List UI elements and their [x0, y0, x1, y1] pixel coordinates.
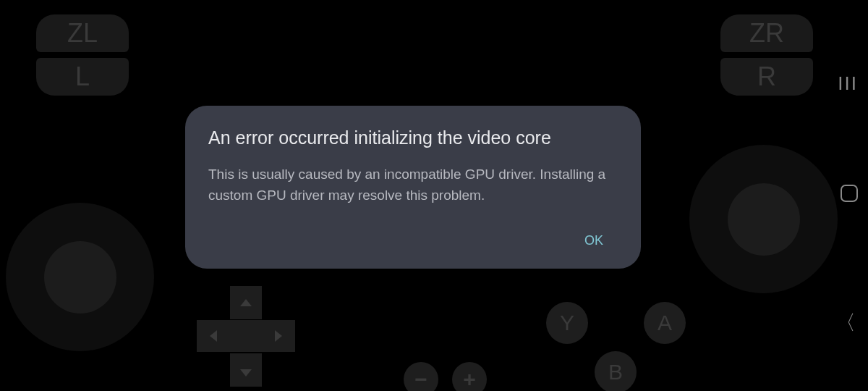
- back-button[interactable]: 〈: [835, 309, 856, 337]
- arrow-up-icon: [240, 299, 252, 306]
- right-analog-stick[interactable]: [689, 145, 838, 293]
- dialog-title: An error occurred initializing the video…: [208, 127, 618, 148]
- recents-button[interactable]: III: [838, 72, 858, 95]
- y-button[interactable]: Y: [546, 302, 588, 344]
- arrow-right-icon: [275, 330, 282, 342]
- dpad: [195, 286, 297, 387]
- left-analog-thumb: [44, 241, 116, 314]
- dpad-down-button[interactable]: [230, 353, 262, 387]
- b-button[interactable]: B: [595, 351, 637, 391]
- dpad-center: [230, 320, 262, 352]
- right-analog-thumb: [728, 183, 800, 256]
- dpad-up-button[interactable]: [230, 286, 262, 319]
- l-button[interactable]: L: [36, 58, 129, 96]
- dpad-right-button[interactable]: [262, 320, 295, 352]
- arrow-left-icon: [210, 330, 217, 342]
- dialog-body: This is usually caused by an incompatibl…: [208, 164, 618, 206]
- a-button[interactable]: A: [644, 302, 686, 344]
- zl-button[interactable]: ZL: [36, 14, 129, 52]
- home-button[interactable]: [841, 185, 858, 202]
- minus-button[interactable]: −: [404, 362, 438, 391]
- plus-button[interactable]: +: [452, 362, 487, 391]
- minus-icon: −: [414, 369, 427, 390]
- error-dialog: An error occurred initializing the video…: [185, 106, 641, 269]
- ok-button[interactable]: OK: [570, 226, 618, 256]
- left-analog-stick[interactable]: [6, 203, 154, 351]
- arrow-down-icon: [240, 369, 252, 377]
- plus-icon: +: [463, 369, 476, 390]
- dialog-actions: OK: [208, 226, 618, 256]
- r-button[interactable]: R: [720, 58, 813, 96]
- zr-button[interactable]: ZR: [720, 14, 813, 52]
- dpad-left-button[interactable]: [197, 320, 230, 352]
